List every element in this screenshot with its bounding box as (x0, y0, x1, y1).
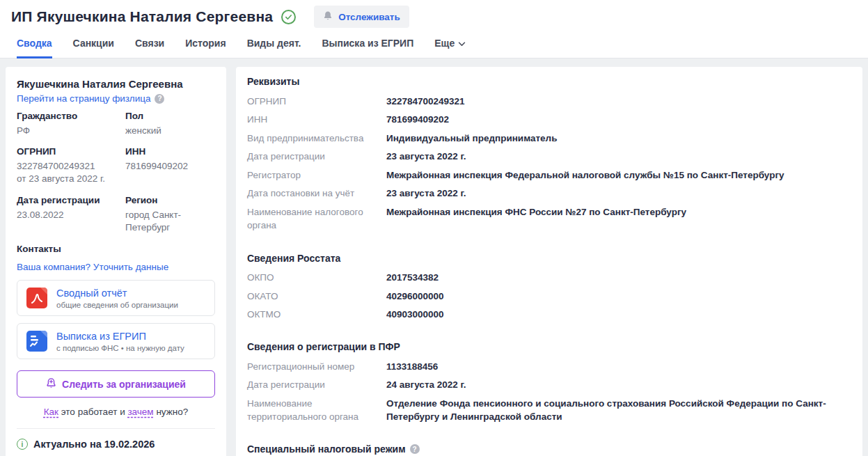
detail-row: ОКТМО40903000000 (247, 306, 851, 324)
pdf-file-icon (26, 287, 48, 309)
inn-field: ИНН 781699409202 (125, 146, 215, 185)
tab-vypiska-egrip[interactable]: Выписка из ЕГРИП (322, 32, 413, 58)
section-tax-regime: Специальный налоговый режим ? Применяетс… (247, 443, 851, 456)
detail-row: Регистрационный номер1133188456 (247, 357, 851, 376)
summary-report-link[interactable]: Сводный отчёт (56, 288, 127, 299)
tab-sankcii[interactable]: Санкции (73, 32, 114, 58)
region-field: Регион город Санкт-Петербург (125, 195, 215, 234)
detail-row: Дата регистрации23 августа 2022 г. (247, 148, 851, 166)
tab-vidy-deyat[interactable]: Виды деят. (247, 32, 301, 58)
tab-bar: Сводка Санкции Связи История Виды деят. … (0, 29, 868, 58)
how-link[interactable]: Как (44, 407, 58, 417)
citizenship-field: Гражданство РФ (17, 111, 125, 137)
tab-istoriya[interactable]: История (185, 32, 226, 58)
page-title: ИП Якушечкина Наталия Сергеевна (11, 8, 273, 25)
gender-field: Пол женский (125, 111, 215, 137)
person-info-grid: Гражданство РФ Пол женский ОГРНИП 322784… (17, 111, 215, 234)
tab-more[interactable]: Еще (434, 32, 466, 58)
bell-plus-icon (46, 377, 56, 391)
section-rosstat: Сведения Росстата ОКПО2017534382 ОКАТО40… (247, 253, 851, 324)
reg-date-field: Дата регистрации 23.08.2022 (17, 195, 125, 234)
bell-icon (323, 10, 333, 23)
main-panel: Реквизиты ОГРНИП322784700249321 ИНН78169… (236, 67, 862, 456)
how-it-works: Как это работает и зачем нужно? (17, 407, 215, 417)
ogrnip-date: от 23 августа 2022 г. (17, 173, 125, 185)
section-pfr: Сведения о регистрации в ПФР Регистрацио… (247, 341, 851, 426)
detail-row: ИНН781699409202 (247, 111, 851, 129)
chevron-down-icon (458, 38, 466, 49)
section-requisites: Реквизиты ОГРНИП322784700249321 ИНН78169… (247, 76, 851, 235)
detail-row: Наименование налогового органаМежрайонна… (247, 203, 851, 235)
detail-row: Дата постановки на учёт23 августа 2022 г… (247, 184, 851, 203)
contacts-block: Контакты Ваша компания? Уточнить данные (17, 244, 215, 273)
sidebar: Якушечкина Наталия Сергеевна Перейти на … (6, 67, 226, 456)
help-icon[interactable]: ? (155, 94, 164, 104)
person-name: Якушечкина Наталия Сергеевна (17, 78, 215, 90)
follow-button[interactable]: Отслеживать (314, 6, 409, 28)
detail-row: Дата регистрации24 августа 2022 г. (247, 376, 851, 395)
follow-organization-button[interactable]: Следить за организацией (17, 370, 215, 398)
detail-row: РегистраторМежрайонная инспекция Федерал… (247, 166, 851, 184)
detail-row: ОКАТО40296000000 (247, 287, 851, 306)
egrip-extract-link[interactable]: Выписка из ЕГРИП (56, 331, 146, 342)
actual-date-row: i Актуально на 19.02.2026 (17, 439, 215, 450)
content-area: Якушечкина Наталия Сергеевна Перейти на … (0, 58, 868, 456)
verified-check-icon (281, 10, 296, 24)
detail-row: Вид предпринимательстваИндивидуальный пр… (247, 129, 851, 148)
egrip-extract-card[interactable]: Выписка из ЕГРИП с подписью ФНС • на нуж… (17, 323, 215, 359)
ogrnip-field: ОГРНИП 322784700249321 от 23 августа 202… (17, 146, 125, 185)
tab-svyazi[interactable]: Связи (135, 32, 164, 58)
detail-row: ОКПО2017534382 (247, 269, 851, 288)
egrip-document-icon (26, 330, 48, 352)
detail-row: Наименование территориального органаОтде… (247, 394, 851, 426)
tab-svodka[interactable]: Сводка (17, 32, 52, 58)
actual-date: Актуально на 19.02.2026 (33, 439, 155, 450)
help-icon[interactable]: ? (410, 444, 420, 454)
divider (17, 428, 215, 429)
why-link[interactable]: зачем (127, 407, 153, 417)
info-icon: i (17, 439, 28, 450)
summary-card: Якушечкина Наталия Сергеевна Перейти на … (6, 67, 226, 456)
detail-row: ОГРНИП322784700249321 (247, 92, 851, 111)
person-profile-link[interactable]: Перейти на страницу физлица (17, 93, 150, 104)
update-contacts-link[interactable]: Ваша компания? Уточнить данные (17, 262, 168, 272)
summary-report-card[interactable]: Сводный отчёт общие сведения об организа… (17, 280, 215, 316)
page-header: ИП Якушечкина Наталия Сергеевна Отслежив… (0, 0, 868, 58)
